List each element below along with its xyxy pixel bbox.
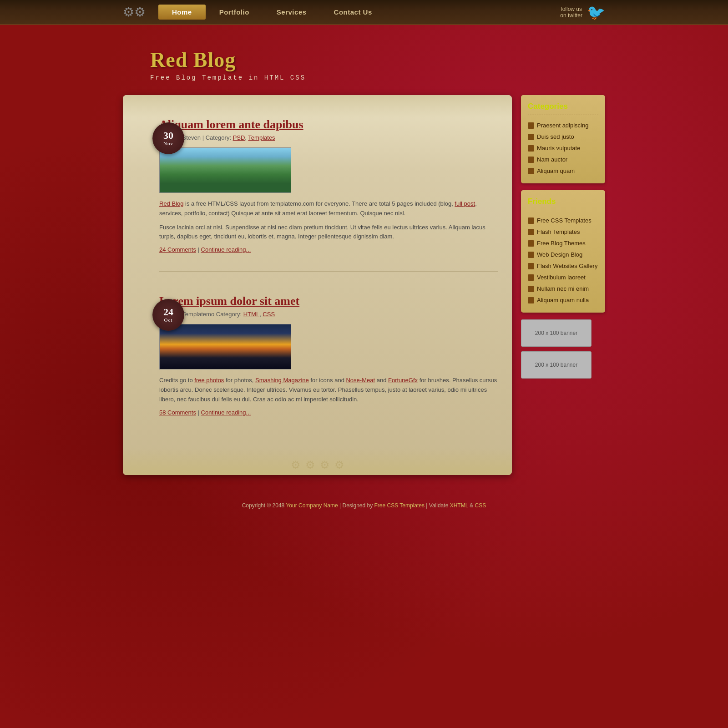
post1-footer: 24 Comments | Continue reading...	[159, 246, 498, 253]
friend-item-2[interactable]: Flash Templates	[528, 226, 598, 238]
friend-item-8[interactable]: Aliquam quam nulla	[528, 294, 598, 306]
friend-icon-8	[528, 297, 534, 303]
nav-item-portfolio[interactable]: Portfolio	[206, 5, 263, 19]
friend-icon-3	[528, 240, 534, 247]
post1-author: Steven	[182, 134, 201, 141]
main-wrapper: Red Blog Free Blog Template in HTML CSS …	[114, 25, 614, 484]
post2-body: Credits go to free photos for photos, Sm…	[159, 376, 498, 404]
post1-body1: Red Blog is a free HTML/CSS layout from …	[159, 199, 498, 218]
nav-item-services[interactable]: Services	[263, 5, 320, 19]
navigation: ⚙⚙ Home Portfolio Services Contact Us fo…	[0, 0, 728, 25]
friend-item-3[interactable]: Free Blog Themes	[528, 238, 598, 249]
twitter-bird-icon: 🐦	[587, 4, 605, 21]
blog-bottom-decoration: ⚙ ⚙ ⚙ ⚙	[123, 448, 512, 475]
bullet-icon-2	[528, 134, 534, 140]
friend-icon-7	[528, 286, 534, 292]
twitter-follow[interactable]: follow us on twitter 🐦	[560, 4, 605, 21]
post2-day: 24	[163, 307, 173, 317]
footer-designed-by: Designed by	[342, 502, 373, 509]
twitter-text: follow us on twitter	[560, 6, 582, 19]
post2-link-fortunegfx[interactable]: FortuneGfx	[388, 377, 418, 384]
friend-icon-4	[528, 252, 534, 258]
footer-xhtml-link[interactable]: XHTML	[450, 502, 468, 509]
friend-item-1[interactable]: Free CSS Templates	[528, 215, 598, 226]
post2-month: Oct	[164, 317, 173, 323]
banner-ad-2[interactable]: 200 x 100 banner	[521, 351, 592, 379]
friend-item-5[interactable]: Flash Websites Gallery	[528, 260, 598, 272]
sidebar: Categories Praesent adipiscing Duis sed …	[521, 95, 605, 475]
deco-gear-1: ⚙	[291, 459, 301, 471]
post1-readmore-link[interactable]: Continue reading...	[201, 246, 251, 253]
category-item-2[interactable]: Duis sed justo	[528, 131, 598, 142]
friend-icon-6	[528, 274, 534, 281]
banner-ad-1[interactable]: 200 x 100 banner	[521, 319, 592, 347]
post2-link-freephotos[interactable]: free photos	[194, 377, 224, 384]
category-item-1[interactable]: Praesent adipiscing	[528, 120, 598, 131]
friends-list: Free CSS Templates Flash Templates Free …	[528, 215, 598, 306]
site-footer: Copyright © 2048 Your Company Name | Des…	[0, 493, 728, 518]
nav-item-home[interactable]: Home	[158, 5, 206, 20]
footer-and: &	[470, 502, 473, 509]
post2-image	[159, 324, 291, 369]
friend-icon-1	[528, 217, 534, 224]
post1-title[interactable]: Aliquam lorem ante dapibus	[159, 118, 498, 131]
footer-css-link[interactable]: CSS	[475, 502, 486, 509]
footer-designer-link[interactable]: Free CSS Templates	[374, 502, 425, 509]
footer-copyright: Copyright © 2048	[242, 502, 285, 509]
friend-item-7[interactable]: Nullam nec mi enim	[528, 283, 598, 294]
post1-image	[159, 147, 291, 193]
footer-company-link[interactable]: Your Company Name	[286, 502, 338, 509]
deco-gear-2: ⚙	[305, 459, 315, 471]
friend-icon-2	[528, 229, 534, 235]
footer-validate: Validate	[429, 502, 448, 509]
site-header: Red Blog Free Blog Template in HTML CSS	[123, 34, 605, 91]
post2-link-nosemeat[interactable]: Nose-Meat	[346, 377, 375, 384]
friend-icon-5	[528, 263, 534, 269]
date-badge-1: 30 Nov	[152, 122, 184, 154]
date-badge-2: 24 Oct	[152, 299, 184, 331]
blog-post-2: 24 Oct Lorem ipsum dolor sit amet Author…	[159, 294, 498, 434]
gear-icon: ⚙⚙	[123, 6, 146, 19]
categories-list: Praesent adipiscing Duis sed justo Mauri…	[528, 120, 598, 177]
friends-section: Friends Free CSS Templates Flash Templat…	[521, 190, 605, 313]
categories-section: Categories Praesent adipiscing Duis sed …	[521, 95, 605, 183]
post2-cat2[interactable]: CSS	[263, 311, 275, 318]
post2-meta: Author: Templatemo Category: HTML, CSS	[159, 311, 498, 318]
post2-cat1[interactable]: HTML	[243, 311, 259, 318]
post2-title[interactable]: Lorem ipsum dolor sit amet	[159, 294, 498, 308]
category-item-4[interactable]: Nam auctor	[528, 154, 598, 165]
blog-area: 30 Nov Aliquam lorem ante dapibus Author…	[123, 95, 512, 475]
post2-comments-link[interactable]: 58 Comments	[159, 409, 196, 416]
post1-cat1[interactable]: PSD	[233, 134, 245, 141]
post1-meta: Author: Steven | Category: PSD, Template…	[159, 134, 498, 141]
category-item-5[interactable]: Aliquam quam	[528, 165, 598, 177]
post2-readmore-link[interactable]: Continue reading...	[201, 409, 251, 416]
bullet-icon-4	[528, 157, 534, 163]
bullet-icon-3	[528, 145, 534, 152]
friend-item-6[interactable]: Vestibulum laoreet	[528, 272, 598, 283]
site-title: Red Blog	[150, 48, 596, 72]
post2-author: Templatemo	[182, 311, 214, 318]
bullet-icon-5	[528, 168, 534, 174]
bullet-icon-1	[528, 122, 534, 129]
post2-link-smashing[interactable]: Smashing Magazine	[255, 377, 309, 384]
deco-gear-4: ⚙	[334, 459, 344, 471]
nav-item-contact[interactable]: Contact Us	[320, 5, 386, 19]
post1-body2: Fusce lacinia orci at nisi. Suspendisse …	[159, 223, 498, 242]
friends-title: Friends	[528, 197, 598, 210]
post1-comments-link[interactable]: 24 Comments	[159, 246, 196, 253]
deco-gear-3: ⚙	[320, 459, 330, 471]
post1-link-fullpost[interactable]: full post	[455, 200, 475, 207]
friend-item-4[interactable]: Web Design Blog	[528, 249, 598, 260]
post1-cat2[interactable]: Templates	[248, 134, 275, 141]
post1-day: 30	[163, 131, 173, 141]
logo-area: ⚙⚙	[123, 6, 149, 19]
nav-links: Home Portfolio Services Contact Us	[158, 5, 560, 20]
site-tagline: Free Blog Template in HTML CSS	[150, 74, 596, 81]
post1-month: Nov	[163, 141, 173, 146]
categories-title: Categories	[528, 102, 598, 115]
category-item-3[interactable]: Mauris vulputate	[528, 142, 598, 154]
post1-link-redblog[interactable]: Red Blog	[159, 200, 183, 207]
blog-post-1: 30 Nov Aliquam lorem ante dapibus Author…	[159, 118, 498, 272]
content-layout: 30 Nov Aliquam lorem ante dapibus Author…	[123, 95, 605, 475]
